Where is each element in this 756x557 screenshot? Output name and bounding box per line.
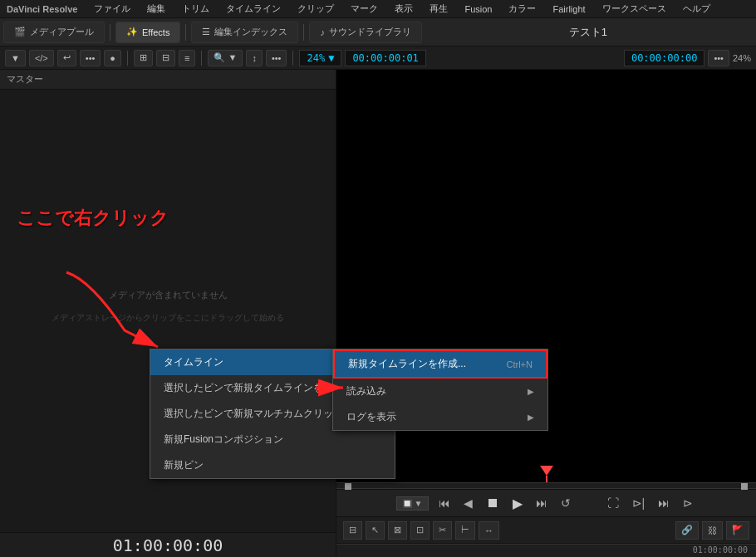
trim-tool-btn[interactable]: ⊠ xyxy=(388,521,407,540)
main-content: マスター ここで右クリック メディアが含まれていません メディアストレージからク… xyxy=(0,70,756,557)
left-panel-header: マスター xyxy=(0,70,336,90)
project-title: テスト1 xyxy=(424,25,753,40)
playhead-line xyxy=(546,476,547,482)
stop-btn[interactable]: ⏹ xyxy=(483,494,503,512)
toolbar-source-btn[interactable]: </> xyxy=(29,50,54,66)
menu-workspace[interactable]: ワークスペース xyxy=(599,1,670,17)
preview-mode-btn[interactable]: 🔲 ▼ xyxy=(396,496,429,511)
menu-bar: DaVinci Resolve ファイル 編集 トリム タイムライン クリップ … xyxy=(0,0,756,18)
toolbar-select-btn[interactable]: ▼ xyxy=(5,50,26,66)
blade-tool-btn[interactable]: ✂ xyxy=(433,521,452,540)
menu-fusion[interactable]: Fusion xyxy=(461,2,495,16)
toolbar-sort-btn[interactable]: ↕ xyxy=(246,50,263,66)
match-frame-btn[interactable]: ⊳| xyxy=(629,495,649,511)
edit-index-icon: ☰ xyxy=(202,27,210,37)
skip-fwd-btn[interactable]: ⏭ xyxy=(533,495,551,511)
tab-sound-library[interactable]: ♪ サウンドライブラリ xyxy=(309,22,422,43)
toolbar-timecode-right: 00:00:00:00 xyxy=(624,50,704,66)
toolbar-sep-3 xyxy=(292,51,293,66)
toolbar-undo-btn[interactable]: ↩ xyxy=(57,50,76,66)
tab-divider xyxy=(110,24,110,41)
extra-ctrl-btn[interactable]: ⊳ xyxy=(680,495,696,511)
player-controls: 🔲 ▼ ⏮ ◀ ⏹ ▶ ⏭ ↺ ⛶ ⊳| ⏭ ⊳ xyxy=(336,489,756,517)
menu-clip[interactable]: クリップ xyxy=(294,1,337,17)
toolbar-list-btn[interactable]: ≡ xyxy=(179,50,195,66)
menu-play[interactable]: 再生 xyxy=(426,1,451,17)
toolbar-timecode-left: 00:00:00:01 xyxy=(345,50,425,66)
unlink-btn[interactable]: ⛓ xyxy=(702,521,723,540)
ruler-timecode: 01:00:00:00 xyxy=(693,545,748,555)
sound-library-icon: ♪ xyxy=(320,27,325,37)
toolbar-grid-btn[interactable]: ⊞ xyxy=(134,50,153,66)
timeline-ruler: 01:00:00:00 xyxy=(336,544,756,557)
tab-bar: 🎬 メディアプール ✨ Effects ☰ 編集インデックス ♪ サウンドライブ… xyxy=(0,18,756,46)
submenu-log[interactable]: ログを表示 ▶ xyxy=(333,404,547,430)
menu-view[interactable]: 表示 xyxy=(391,1,416,17)
submenu-new-timeline[interactable]: 新規タイムラインを作成... Ctrl+N xyxy=(333,349,547,379)
right-click-annotation: ここで右クリック xyxy=(17,206,169,231)
skip-to-start-btn[interactable]: ⏮ xyxy=(435,495,454,511)
tab-divider-3 xyxy=(303,24,304,41)
effects-icon: ✨ xyxy=(126,27,138,37)
scrub-handle-left[interactable] xyxy=(345,483,351,490)
menu-fairlight[interactable]: Fairlight xyxy=(549,2,588,16)
slide-tool-btn[interactable]: ↔ xyxy=(479,521,499,540)
tab-edit-index[interactable]: ☰ 編集インデックス xyxy=(191,22,298,43)
step-back-btn[interactable]: ◀ xyxy=(460,495,476,511)
menu-mark[interactable]: マーク xyxy=(347,1,381,17)
right-panel: 🔲 ▼ ⏮ ◀ ⏹ ▶ ⏭ ↺ ⛶ ⊳| ⏭ ⊳ ⊟ ↖ ⊠ ⊡ ✂ ⊢ ↔ 🔗… xyxy=(336,70,756,557)
submenu-log-arrow: ▶ xyxy=(528,413,534,422)
submenu-timeline: 新規タイムラインを作成... Ctrl+N 読み込み ▶ ログを表示 ▶ xyxy=(332,349,548,431)
editor-tools: ⊟ ↖ ⊠ ⊡ ✂ ⊢ ↔ 🔗 ⛓ 🚩 xyxy=(336,517,756,544)
timecode-bar: 01:00:00:00 xyxy=(0,532,336,557)
slip-tool-btn[interactable]: ⊢ xyxy=(455,521,475,540)
dynamic-trim-btn[interactable]: ⊡ xyxy=(410,521,430,540)
tab-divider-2 xyxy=(185,24,186,41)
flag-btn[interactable]: 🚩 xyxy=(726,521,749,540)
toolbar-record-btn[interactable]: ● xyxy=(104,50,121,66)
play-btn[interactable]: ▶ xyxy=(509,494,526,513)
toolbar-sep-2 xyxy=(201,51,202,66)
fullscreen-left-btn[interactable]: ⛶ xyxy=(604,495,622,511)
toolbar-sep-1 xyxy=(127,51,128,66)
submenu-import-arrow: ▶ xyxy=(528,387,534,396)
menu-color[interactable]: カラー xyxy=(505,1,539,17)
toolbar-more2-btn[interactable]: ••• xyxy=(708,50,729,66)
toolbar-extra-btn[interactable]: ••• xyxy=(266,50,287,66)
skip-end-btn[interactable]: ⏭ xyxy=(655,495,673,511)
select-tool-btn[interactable]: ↖ xyxy=(366,521,385,540)
media-drag-text: メディアストレージからクリップをここにドラッグして始める xyxy=(52,312,284,324)
toolbar-grid2-btn[interactable]: ⊟ xyxy=(156,50,175,66)
playhead xyxy=(540,466,553,482)
toolbar: ▼ </> ↩ ••• ● ⊞ ⊟ ≡ 🔍 ▼ ↕ ••• 24% ▼ 00:0… xyxy=(0,46,756,70)
timeline-scrub[interactable] xyxy=(336,482,756,489)
app-logo: DaVinci Resolve xyxy=(7,4,77,14)
menu-timeline[interactable]: タイムライン xyxy=(223,1,284,17)
loop-btn[interactable]: ↺ xyxy=(557,495,574,511)
toolbar-percent-right: 24% xyxy=(733,53,751,63)
toolbar-more-btn[interactable]: ••• xyxy=(80,50,101,66)
menu-trim[interactable]: トリム xyxy=(179,1,213,17)
playhead-triangle xyxy=(540,466,553,476)
menu-help[interactable]: ヘルプ xyxy=(680,1,714,17)
toolbar-zoom: 24% ▼ xyxy=(299,50,341,66)
ctx-item-new-bin[interactable]: 新規ビン xyxy=(150,452,395,478)
menu-file[interactable]: ファイル xyxy=(91,1,134,17)
link-btn[interactable]: 🔗 xyxy=(675,521,699,540)
timeline-view-btn[interactable]: ⊟ xyxy=(343,521,362,540)
media-pool-icon: 🎬 xyxy=(14,27,26,37)
menu-edit[interactable]: 編集 xyxy=(144,1,169,17)
media-empty-text: メディアが含まれていません xyxy=(109,289,228,301)
left-panel: マスター ここで右クリック メディアが含まれていません メディアストレージからク… xyxy=(0,70,336,557)
submenu-import[interactable]: 読み込み ▶ xyxy=(333,379,547,404)
tab-media-pool[interactable]: 🎬 メディアプール xyxy=(3,22,105,43)
tab-effects[interactable]: ✨ Effects xyxy=(115,22,180,43)
scrub-handle-right[interactable] xyxy=(741,483,748,490)
toolbar-search-btn[interactable]: 🔍 ▼ xyxy=(208,50,243,66)
